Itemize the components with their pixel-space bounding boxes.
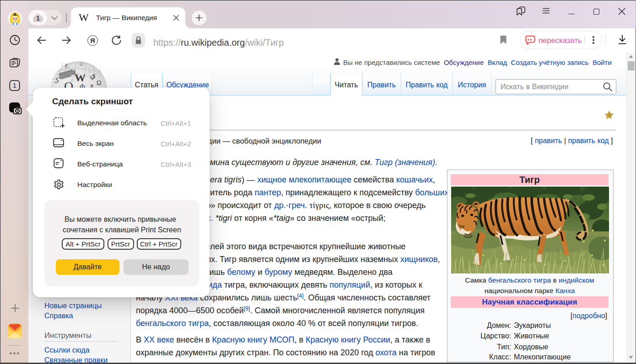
svg-text:1: 1 [36,15,40,22]
svg-text:W: W [75,72,86,84]
svg-text:ي: ي [90,71,96,80]
svg-text:ව: ව [80,61,83,66]
svg-text:O: O [64,79,73,89]
svg-text:Ω: Ω [97,80,101,86]
svg-text:1: 1 [13,81,16,89]
